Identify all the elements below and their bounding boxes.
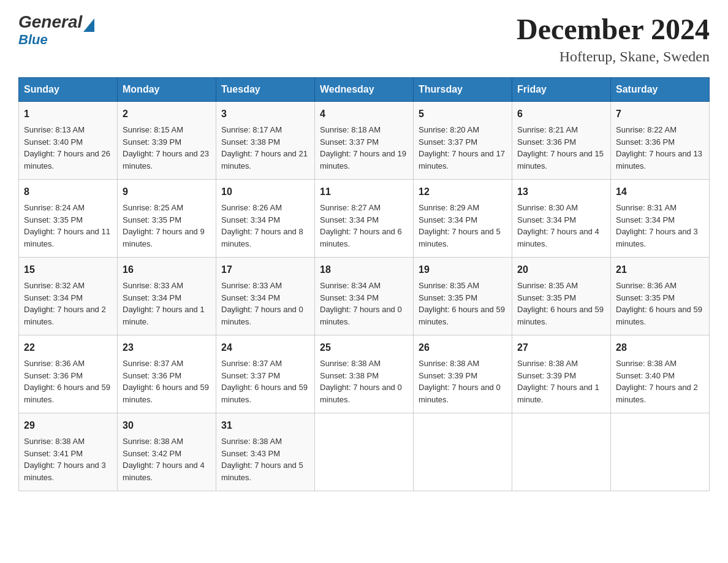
calendar-day-cell: 13 Sunrise: 8:30 AMSunset: 3:34 PMDaylig… xyxy=(512,180,611,258)
day-number: 17 xyxy=(221,262,309,277)
day-info: Sunrise: 8:38 AMSunset: 3:42 PMDaylight:… xyxy=(123,437,205,482)
page-header: General Blue December 2024 Hofterup, Ska… xyxy=(18,12,710,65)
day-info: Sunrise: 8:30 AMSunset: 3:34 PMDaylight:… xyxy=(517,203,599,248)
empty-cell xyxy=(414,413,512,491)
day-info: Sunrise: 8:33 AMSunset: 3:34 PMDaylight:… xyxy=(123,281,205,326)
calendar-day-cell: 29 Sunrise: 8:38 AMSunset: 3:41 PMDaylig… xyxy=(19,413,118,491)
calendar-day-cell: 27 Sunrise: 8:38 AMSunset: 3:39 PMDaylig… xyxy=(512,335,611,413)
day-info: Sunrise: 8:38 AMSunset: 3:39 PMDaylight:… xyxy=(419,359,501,404)
day-number: 3 xyxy=(221,107,309,121)
day-number: 20 xyxy=(517,262,605,277)
day-number: 25 xyxy=(320,340,408,355)
empty-cell xyxy=(512,413,611,491)
day-info: Sunrise: 8:13 AMSunset: 3:40 PMDaylight:… xyxy=(24,125,110,170)
day-info: Sunrise: 8:20 AMSunset: 3:37 PMDaylight:… xyxy=(419,125,505,170)
calendar-day-cell: 24 Sunrise: 8:37 AMSunset: 3:37 PMDaylig… xyxy=(216,335,315,413)
day-number: 30 xyxy=(123,418,211,433)
logo-general-text: General xyxy=(18,12,82,32)
day-info: Sunrise: 8:22 AMSunset: 3:36 PMDaylight:… xyxy=(616,125,702,170)
day-info: Sunrise: 8:36 AMSunset: 3:36 PMDaylight:… xyxy=(24,359,110,404)
calendar-day-cell: 21 Sunrise: 8:36 AMSunset: 3:35 PMDaylig… xyxy=(611,258,710,335)
empty-cell xyxy=(611,413,710,491)
day-number: 23 xyxy=(123,340,211,355)
calendar-day-cell: 26 Sunrise: 8:38 AMSunset: 3:39 PMDaylig… xyxy=(414,335,512,413)
calendar-day-cell: 22 Sunrise: 8:36 AMSunset: 3:36 PMDaylig… xyxy=(19,335,118,413)
day-info: Sunrise: 8:38 AMSunset: 3:39 PMDaylight:… xyxy=(517,359,599,404)
calendar-table: SundayMondayTuesdayWednesdayThursdayFrid… xyxy=(18,77,710,491)
day-info: Sunrise: 8:25 AMSunset: 3:35 PMDaylight:… xyxy=(123,203,205,248)
day-info: Sunrise: 8:17 AMSunset: 3:38 PMDaylight:… xyxy=(221,125,308,170)
calendar-day-cell: 11 Sunrise: 8:27 AMSunset: 3:34 PMDaylig… xyxy=(315,180,414,258)
day-number: 1 xyxy=(24,107,112,121)
day-info: Sunrise: 8:18 AMSunset: 3:37 PMDaylight:… xyxy=(320,125,406,170)
day-number: 24 xyxy=(221,340,309,355)
day-number: 14 xyxy=(616,185,704,199)
day-info: Sunrise: 8:15 AMSunset: 3:39 PMDaylight:… xyxy=(123,125,209,170)
weekday-header-thursday: Thursday xyxy=(414,78,512,102)
day-number: 6 xyxy=(517,107,605,121)
day-number: 19 xyxy=(419,262,507,277)
day-number: 4 xyxy=(320,107,408,121)
weekday-header-row: SundayMondayTuesdayWednesdayThursdayFrid… xyxy=(19,78,710,102)
day-info: Sunrise: 8:37 AMSunset: 3:36 PMDaylight:… xyxy=(123,359,209,404)
day-number: 10 xyxy=(221,185,309,199)
logo-blue-text: Blue xyxy=(18,32,94,48)
day-info: Sunrise: 8:35 AMSunset: 3:35 PMDaylight:… xyxy=(517,281,604,326)
calendar-day-cell: 12 Sunrise: 8:29 AMSunset: 3:34 PMDaylig… xyxy=(414,180,512,258)
weekday-header-wednesday: Wednesday xyxy=(315,78,414,102)
day-info: Sunrise: 8:35 AMSunset: 3:35 PMDaylight:… xyxy=(419,281,505,326)
day-info: Sunrise: 8:33 AMSunset: 3:34 PMDaylight:… xyxy=(221,281,303,326)
day-info: Sunrise: 8:24 AMSunset: 3:35 PMDaylight:… xyxy=(24,203,110,248)
weekday-header-tuesday: Tuesday xyxy=(216,78,315,102)
day-number: 18 xyxy=(320,262,408,277)
calendar-day-cell: 25 Sunrise: 8:38 AMSunset: 3:38 PMDaylig… xyxy=(315,335,414,413)
day-info: Sunrise: 8:38 AMSunset: 3:41 PMDaylight:… xyxy=(24,437,106,482)
day-number: 2 xyxy=(123,107,211,121)
day-info: Sunrise: 8:38 AMSunset: 3:43 PMDaylight:… xyxy=(221,437,303,482)
calendar-week-row: 29 Sunrise: 8:38 AMSunset: 3:41 PMDaylig… xyxy=(19,413,710,491)
day-info: Sunrise: 8:32 AMSunset: 3:34 PMDaylight:… xyxy=(24,281,106,326)
calendar-day-cell: 7 Sunrise: 8:22 AMSunset: 3:36 PMDayligh… xyxy=(611,102,710,180)
title-block: December 2024 Hofterup, Skane, Sweden xyxy=(517,12,710,65)
day-number: 21 xyxy=(616,262,704,277)
logo-triangle-icon xyxy=(83,18,94,32)
calendar-day-cell: 10 Sunrise: 8:26 AMSunset: 3:34 PMDaylig… xyxy=(216,180,315,258)
day-number: 27 xyxy=(517,340,605,355)
weekday-header-saturday: Saturday xyxy=(611,78,710,102)
month-title: December 2024 xyxy=(517,12,710,46)
day-number: 5 xyxy=(419,107,507,121)
day-number: 8 xyxy=(24,185,112,199)
calendar-day-cell: 17 Sunrise: 8:33 AMSunset: 3:34 PMDaylig… xyxy=(216,258,315,335)
day-number: 29 xyxy=(24,418,112,433)
day-info: Sunrise: 8:38 AMSunset: 3:40 PMDaylight:… xyxy=(616,359,698,404)
calendar-day-cell: 1 Sunrise: 8:13 AMSunset: 3:40 PMDayligh… xyxy=(19,102,118,180)
weekday-header-sunday: Sunday xyxy=(19,78,118,102)
calendar-week-row: 1 Sunrise: 8:13 AMSunset: 3:40 PMDayligh… xyxy=(19,102,710,180)
day-info: Sunrise: 8:38 AMSunset: 3:38 PMDaylight:… xyxy=(320,359,402,404)
logo: General Blue xyxy=(18,12,94,48)
day-info: Sunrise: 8:31 AMSunset: 3:34 PMDaylight:… xyxy=(616,203,698,248)
calendar-day-cell: 20 Sunrise: 8:35 AMSunset: 3:35 PMDaylig… xyxy=(512,258,611,335)
calendar-day-cell: 14 Sunrise: 8:31 AMSunset: 3:34 PMDaylig… xyxy=(611,180,710,258)
day-info: Sunrise: 8:21 AMSunset: 3:36 PMDaylight:… xyxy=(517,125,604,170)
day-number: 26 xyxy=(419,340,507,355)
day-number: 13 xyxy=(517,185,605,199)
day-info: Sunrise: 8:34 AMSunset: 3:34 PMDaylight:… xyxy=(320,281,402,326)
day-number: 9 xyxy=(123,185,211,199)
weekday-header-monday: Monday xyxy=(118,78,216,102)
calendar-day-cell: 8 Sunrise: 8:24 AMSunset: 3:35 PMDayligh… xyxy=(19,180,118,258)
day-number: 7 xyxy=(616,107,704,121)
calendar-week-row: 22 Sunrise: 8:36 AMSunset: 3:36 PMDaylig… xyxy=(19,335,710,413)
day-info: Sunrise: 8:26 AMSunset: 3:34 PMDaylight:… xyxy=(221,203,303,248)
calendar-day-cell: 18 Sunrise: 8:34 AMSunset: 3:34 PMDaylig… xyxy=(315,258,414,335)
day-number: 22 xyxy=(24,340,112,355)
calendar-day-cell: 15 Sunrise: 8:32 AMSunset: 3:34 PMDaylig… xyxy=(19,258,118,335)
empty-cell xyxy=(315,413,414,491)
calendar-week-row: 8 Sunrise: 8:24 AMSunset: 3:35 PMDayligh… xyxy=(19,180,710,258)
calendar-day-cell: 4 Sunrise: 8:18 AMSunset: 3:37 PMDayligh… xyxy=(315,102,414,180)
calendar-day-cell: 19 Sunrise: 8:35 AMSunset: 3:35 PMDaylig… xyxy=(414,258,512,335)
day-number: 28 xyxy=(616,340,704,355)
calendar-day-cell: 2 Sunrise: 8:15 AMSunset: 3:39 PMDayligh… xyxy=(118,102,216,180)
calendar-day-cell: 28 Sunrise: 8:38 AMSunset: 3:40 PMDaylig… xyxy=(611,335,710,413)
day-number: 11 xyxy=(320,185,408,199)
